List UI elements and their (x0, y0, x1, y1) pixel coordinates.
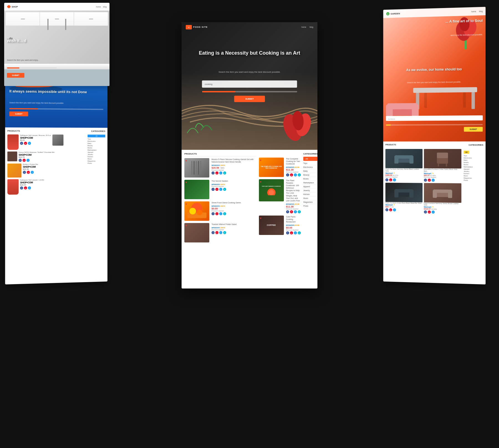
pin-cafe[interactable]: p (290, 231, 293, 234)
cat-beauty-br[interactable]: beauty (464, 161, 483, 163)
facebook-icon-2[interactable]: f (19, 159, 22, 162)
tw-utensils[interactable]: t (219, 171, 222, 174)
cat-magazines[interactable]: Magazines (88, 160, 105, 162)
cat-all[interactable]: All (88, 135, 105, 137)
facebook-icon[interactable]: f (20, 142, 23, 145)
pin-garden[interactable]: p (215, 188, 218, 191)
fb-furniture-1[interactable]: f (385, 178, 388, 181)
fb-furniture-2[interactable]: f (424, 179, 427, 182)
cat-baby[interactable]: Baby (88, 142, 105, 145)
share-plant[interactable]: s (298, 210, 301, 213)
cat-toys[interactable]: Toys (88, 138, 105, 140)
cat-electronics-br[interactable]: Electronics (464, 157, 483, 159)
share-cooking2[interactable]: s (298, 173, 301, 176)
cat-photo-br[interactable]: Photo (464, 179, 483, 182)
cat-electronics-mid[interactable]: Electronics (303, 165, 317, 169)
nav-blog-kitchen[interactable]: blog (103, 6, 107, 8)
cat-kitchen-mid[interactable]: Kitchen (303, 193, 317, 196)
pinterest-icon-4[interactable]: p (24, 186, 27, 189)
fb-furniture-3[interactable]: f (385, 208, 388, 211)
cat-photo-mid[interactable]: Photo (303, 204, 317, 208)
twitter-icon-4[interactable]: t (28, 186, 31, 189)
cat-magazines-mid[interactable]: Magazines (303, 200, 317, 204)
cat-toys-br[interactable]: Toys (464, 155, 483, 157)
cat-marketplace[interactable]: Marketplace (88, 149, 105, 151)
cat-apparel[interactable]: Apparel (88, 151, 105, 153)
share-garden[interactable]: s (223, 188, 226, 191)
cat-music-mid[interactable]: Music (303, 196, 317, 200)
furniture-submit[interactable]: SUBMIT (464, 127, 483, 131)
twitter-icon[interactable]: t (28, 142, 31, 145)
pin-furniture-3[interactable]: p (389, 208, 392, 211)
pinterest-icon[interactable]: p (24, 142, 27, 145)
tw-plant[interactable]: t (294, 210, 297, 213)
share-street[interactable]: s (223, 212, 226, 215)
cat-books-br[interactable]: Books (464, 163, 483, 166)
tw-garden[interactable]: t (219, 188, 222, 191)
twitter-icon-2[interactable]: t (27, 159, 30, 162)
tw-furniture-3[interactable]: t (393, 208, 396, 211)
heart-icon-plant[interactable]: ♥ (260, 180, 262, 183)
pin-street[interactable]: p (215, 212, 218, 215)
heart-icon-utensils[interactable]: ♥ (185, 159, 187, 162)
cat-music[interactable]: Music (88, 158, 105, 160)
pin-utensils[interactable]: p (215, 171, 218, 174)
share-utensils[interactable]: s (223, 171, 226, 174)
tw-furniture-1[interactable]: t (393, 178, 396, 181)
pin-furniture-2[interactable]: p (428, 179, 431, 182)
heart-icon-walnut[interactable]: ♥ (185, 224, 187, 227)
cat-electronics[interactable]: Electronics (88, 140, 105, 142)
food-nav-home[interactable]: home (301, 26, 306, 28)
tw-furniture-2[interactable]: t (432, 179, 435, 182)
cat-baby-br[interactable]: Baby (464, 159, 483, 161)
nav-home-kitchen[interactable]: home (96, 6, 101, 8)
fb-walnut[interactable]: f (212, 231, 215, 234)
cat-books-mid[interactable]: Books (303, 177, 317, 181)
submit-button[interactable]: SUBMIT (9, 112, 28, 117)
tw-cooking2[interactable]: t (294, 173, 297, 176)
heart-icon-street[interactable]: ♥ (185, 203, 187, 206)
pin-furniture-1[interactable]: p (389, 178, 392, 181)
tw-furniture-4[interactable]: t (432, 211, 435, 214)
share-cafe[interactable]: s (298, 231, 301, 234)
facebook-icon-4[interactable]: f (20, 186, 23, 189)
cat-marketplace-mid[interactable]: Marketplace (303, 181, 317, 185)
fb-utensils[interactable]: f (212, 171, 215, 174)
food-submit[interactable]: SUBMIT (234, 96, 265, 102)
share-walnut[interactable]: s (223, 231, 226, 234)
submit-kitchen[interactable]: SUBMIT (7, 73, 24, 78)
pinterest-icon-2[interactable]: p (22, 159, 26, 162)
fb-garden[interactable]: f (212, 188, 215, 191)
cat-beauty-mid[interactable]: Beauty (303, 173, 317, 177)
fb-cafe[interactable]: f (286, 231, 289, 234)
fb-plant[interactable]: f (286, 210, 289, 213)
tw-walnut[interactable]: t (219, 231, 222, 234)
fb-cooking2[interactable]: f (286, 173, 289, 176)
twitter-icon-3[interactable]: t (31, 171, 34, 174)
fb-furniture-4[interactable]: f (424, 211, 427, 214)
cat-kitchen[interactable]: Kitchen (88, 156, 105, 158)
cat-baby-mid[interactable]: Baby (303, 169, 317, 173)
food-nav-blog[interactable]: blog (310, 26, 313, 28)
pin-walnut[interactable]: p (215, 231, 218, 234)
heart-icon-cooking2[interactable]: ♥ (260, 159, 262, 162)
cat-beauty[interactable]: Beauty (88, 145, 105, 147)
cat-books[interactable]: Books (88, 147, 105, 149)
tw-cafe[interactable]: t (294, 231, 297, 234)
fb-street[interactable]: f (212, 212, 215, 215)
facebook-icon-3[interactable]: f (23, 171, 26, 174)
tw-street[interactable]: t (219, 212, 222, 215)
food-search[interactable]: cooking (202, 80, 297, 88)
heart-icon-cafe[interactable]: ♥ (260, 217, 262, 220)
pin-furniture-4[interactable]: p (428, 211, 431, 214)
furniture-search[interactable]: furniture (386, 115, 483, 121)
pin-cooking2[interactable]: p (290, 173, 293, 176)
cat-apparel-mid[interactable]: Apparel (303, 185, 317, 189)
cat-all-mid[interactable]: All (303, 157, 317, 161)
cat-jewelry-mid[interactable]: Jewelry (303, 189, 317, 193)
pin-plant[interactable]: p (290, 210, 293, 213)
cat-photo[interactable]: Photo (88, 162, 105, 164)
nav-blog-furniture[interactable]: blog (479, 10, 483, 12)
heart-icon-garden[interactable]: ♥ (185, 181, 187, 184)
cat-toys-mid[interactable]: Toys (303, 161, 317, 165)
